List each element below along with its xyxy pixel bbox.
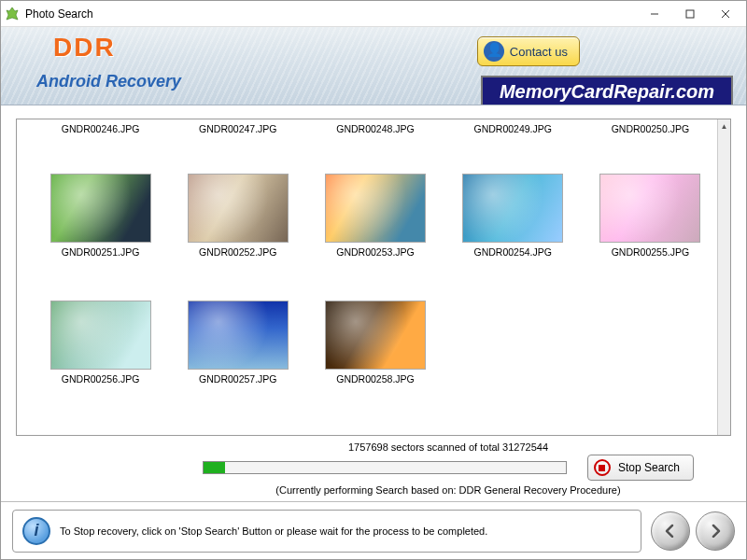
list-item[interactable]: GNDR00251.JPG [35, 147, 165, 261]
titlebar: Photo Search [1, 1, 746, 27]
file-name: GNDR00253.JPG [336, 246, 414, 261]
list-item[interactable]: GNDR00247.JPG [173, 123, 303, 140]
thumbnail-row-2: GNDR00251.JPG GNDR00252.JPG GNDR00253.JP… [17, 144, 730, 265]
file-name: GNDR00251.JPG [62, 246, 139, 261]
thumbnail-image [462, 174, 563, 243]
file-name: GNDR00252.JPG [199, 246, 276, 261]
file-name: GNDR00254.JPG [473, 246, 551, 261]
list-item[interactable]: GNDR00253.JPG [310, 147, 440, 261]
thumbnail-row-1: GNDR00246.JPG GNDR00247.JPG GNDR00248.JP… [17, 119, 730, 144]
scroll-up-icon[interactable]: ▲ [718, 119, 730, 133]
next-button[interactable] [696, 511, 735, 551]
thumbnail-image [50, 174, 151, 243]
minimize-button[interactable] [638, 3, 671, 25]
contact-icon [484, 41, 504, 62]
list-item[interactable]: GNDR00256.JPG [35, 274, 165, 388]
thumbnail-image [188, 301, 289, 370]
file-name: GNDR00258.JPG [336, 373, 414, 388]
contact-label: Contact us [510, 45, 568, 59]
stop-icon [594, 459, 611, 476]
file-name: GNDR00255.JPG [612, 246, 689, 261]
app-icon [5, 7, 20, 21]
brand-logo: DDR [53, 33, 116, 63]
stop-search-button[interactable]: Stop Search [587, 455, 694, 481]
list-item[interactable]: GNDR00249.JPG [448, 123, 578, 140]
file-name: GNDR00246.JPG [62, 123, 139, 140]
file-name: GNDR00250.JPG [612, 123, 689, 140]
thumbnail-image [325, 174, 426, 243]
thumbnail-frame: ▲ GNDR00246.JPG GNDR00247.JPG GNDR00248.… [16, 119, 731, 436]
progress-label: 1757698 sectors scanned of total 3127254… [203, 441, 694, 453]
list-item[interactable]: GNDR00250.JPG [585, 123, 715, 140]
window-controls [638, 3, 742, 25]
list-item[interactable]: GNDR00252.JPG [173, 147, 303, 261]
thumbnail-image [188, 174, 289, 243]
header-banner: DDR Android Recovery Contact us MemoryCa… [1, 27, 746, 105]
list-item[interactable]: GNDR00255.JPG [585, 147, 715, 261]
info-text: To Stop recovery, click on 'Stop Search'… [60, 525, 487, 537]
close-button[interactable] [709, 3, 742, 25]
list-item[interactable]: GNDR00254.JPG [448, 147, 578, 261]
site-badge: MemoryCardRepair.com [481, 76, 733, 105]
file-name: GNDR00256.JPG [62, 373, 139, 388]
list-item[interactable]: GNDR00258.JPG [310, 274, 440, 388]
file-name: GNDR00249.JPG [473, 123, 551, 140]
contact-us-button[interactable]: Contact us [477, 36, 580, 66]
brand-subtitle: Android Recovery [36, 72, 181, 91]
thumbnail-image [599, 174, 700, 243]
progress-bar [203, 461, 567, 474]
footer: i To Stop recovery, click on 'Stop Searc… [1, 501, 746, 559]
back-button[interactable] [651, 511, 690, 551]
svg-rect-1 [686, 10, 694, 18]
stop-label: Stop Search [618, 461, 680, 474]
maximize-button[interactable] [673, 3, 707, 25]
scrollbar[interactable]: ▲ [717, 119, 730, 435]
info-panel: i To Stop recovery, click on 'Stop Searc… [12, 510, 641, 553]
thumbnail-row-3: GNDR00256.JPG GNDR00257.JPG GNDR00258.JP… [17, 265, 730, 392]
list-item[interactable]: GNDR00257.JPG [173, 274, 303, 388]
nav-buttons [651, 511, 735, 551]
thumbnail-image [50, 301, 151, 370]
thumbnail-image [325, 301, 426, 370]
progress-area: 1757698 sectors scanned of total 3127254… [16, 436, 731, 497]
progress-fill [204, 462, 225, 473]
list-item[interactable]: GNDR00248.JPG [310, 123, 440, 140]
file-name: GNDR00248.JPG [336, 123, 414, 140]
info-icon: i [22, 517, 50, 545]
list-item[interactable]: GNDR00246.JPG [35, 123, 165, 140]
content-area: ▲ GNDR00246.JPG GNDR00247.JPG GNDR00248.… [1, 105, 746, 501]
window-title: Photo Search [25, 7, 638, 21]
progress-sublabel: (Currently performing Search based on: D… [203, 484, 694, 496]
file-name: GNDR00257.JPG [199, 373, 276, 388]
file-name: GNDR00247.JPG [199, 123, 276, 140]
app-window: Photo Search DDR Android Recovery Contac… [0, 0, 747, 560]
